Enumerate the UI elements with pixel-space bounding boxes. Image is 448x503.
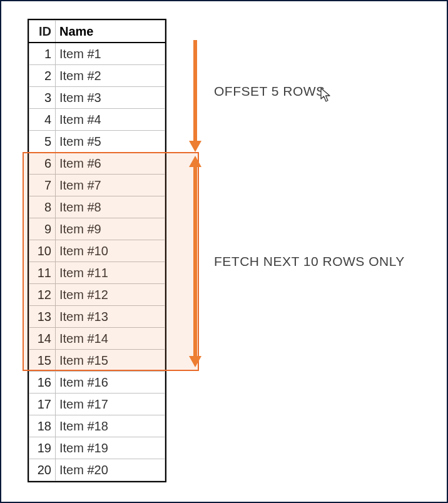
cell-name: Item #7: [56, 175, 165, 196]
table-row: 20Item #20: [29, 459, 165, 481]
table-row: 2Item #2: [29, 65, 165, 87]
cell-id: 4: [29, 109, 56, 131]
table-row: 12Item #12: [29, 284, 165, 306]
fetch-label: FETCH NEXT 10 ROWS ONLY: [214, 254, 405, 269]
table-row: 17Item #17: [29, 394, 165, 415]
cell-name: Item #3: [56, 87, 165, 109]
cell-id: 18: [29, 415, 56, 437]
table-row: 4Item #4: [29, 109, 165, 131]
cell-id: 6: [29, 153, 56, 175]
cell-name: Item #12: [56, 284, 165, 306]
table-row: 1Item #1: [29, 43, 165, 65]
items-table-wrap: ID Name 1Item #12Item #23Item #34Item #4…: [28, 19, 166, 482]
cell-id: 2: [29, 65, 56, 87]
cell-id: 19: [29, 437, 56, 459]
table-row: 5Item #5: [29, 131, 165, 153]
cell-name: Item #6: [56, 153, 165, 175]
header-name: Name: [56, 21, 165, 43]
cell-id: 5: [29, 131, 56, 153]
cell-name: Item #4: [56, 109, 165, 131]
cell-name: Item #5: [56, 131, 165, 153]
cell-name: Item #13: [56, 306, 165, 328]
table-row: 9Item #9: [29, 218, 165, 240]
items-table: ID Name 1Item #12Item #23Item #34Item #4…: [29, 20, 165, 481]
cell-id: 20: [29, 459, 56, 481]
offset-label: OFFSET 5 ROWS: [214, 84, 325, 99]
cell-id: 12: [29, 284, 56, 306]
table-row: 6Item #6: [29, 153, 165, 175]
cell-name: Item #20: [56, 459, 165, 481]
cell-id: 16: [29, 372, 56, 394]
cell-id: 8: [29, 196, 56, 218]
cell-name: Item #15: [56, 350, 165, 372]
table-row: 3Item #3: [29, 87, 165, 109]
table-row: 18Item #18: [29, 415, 165, 437]
cell-id: 3: [29, 87, 56, 109]
cell-id: 15: [29, 350, 56, 372]
cell-id: 11: [29, 262, 56, 284]
diagram-canvas: ID Name 1Item #12Item #23Item #34Item #4…: [0, 0, 448, 503]
cell-name: Item #10: [56, 240, 165, 262]
table-header-row: ID Name: [29, 21, 165, 43]
cell-id: 7: [29, 175, 56, 196]
table-row: 15Item #15: [29, 350, 165, 372]
table-row: 11Item #11: [29, 262, 165, 284]
cell-name: Item #18: [56, 415, 165, 437]
cell-id: 10: [29, 240, 56, 262]
cell-id: 13: [29, 306, 56, 328]
header-id: ID: [29, 21, 56, 43]
cell-name: Item #8: [56, 196, 165, 218]
cell-name: Item #1: [56, 43, 165, 65]
table-row: 14Item #14: [29, 328, 165, 350]
cell-id: 9: [29, 218, 56, 240]
cell-name: Item #17: [56, 394, 165, 415]
table-row: 10Item #10: [29, 240, 165, 262]
cell-id: 17: [29, 394, 56, 415]
cell-name: Item #19: [56, 437, 165, 459]
cell-name: Item #16: [56, 372, 165, 394]
cell-name: Item #2: [56, 65, 165, 87]
cell-name: Item #9: [56, 218, 165, 240]
cell-name: Item #11: [56, 262, 165, 284]
table-row: 19Item #19: [29, 437, 165, 459]
cell-id: 14: [29, 328, 56, 350]
cell-name: Item #14: [56, 328, 165, 350]
table-row: 8Item #8: [29, 196, 165, 218]
cell-id: 1: [29, 43, 56, 65]
table-row: 16Item #16: [29, 372, 165, 394]
table-row: 7Item #7: [29, 175, 165, 196]
table-row: 13Item #13: [29, 306, 165, 328]
table-body: 1Item #12Item #23Item #34Item #45Item #5…: [29, 43, 165, 481]
